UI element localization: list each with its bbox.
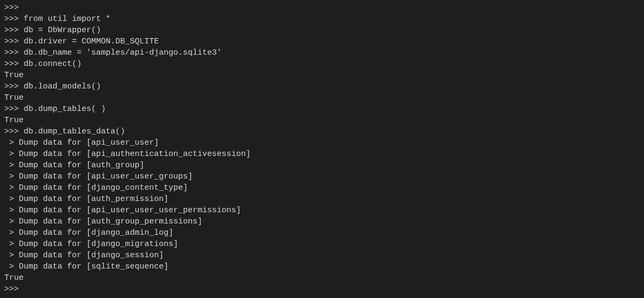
terminal-line: > Dump data for [api_user_user_user_perm… <box>4 205 640 216</box>
terminal-line: >>> db.load_models() <box>4 81 640 92</box>
terminal-line: >>> from util import * <box>4 13 640 25</box>
terminal-line: > Dump data for [api_authentication_acti… <box>4 148 640 160</box>
terminal-line: > Dump data for [auth_permission] <box>4 193 640 205</box>
terminal-line: True <box>4 272 640 284</box>
terminal-line: >>> db.connect() <box>4 58 640 70</box>
terminal-line: >>> <box>4 284 640 295</box>
terminal-line: > Dump data for [api_user_user_groups] <box>4 171 640 182</box>
terminal-output[interactable]: >>> >>> from util import * >>> db = DbWr… <box>4 2 640 295</box>
terminal-line: >>> db.db_name = 'samples/api-django.sql… <box>4 47 640 58</box>
terminal-line: >>> db = DbWrapper() <box>4 25 640 36</box>
terminal-line: True <box>4 115 640 126</box>
terminal-line: > Dump data for [django_migrations] <box>4 239 640 250</box>
terminal-line: > Dump data for [django_session] <box>4 250 640 261</box>
terminal-line: > Dump data for [auth_group_permissions] <box>4 216 640 227</box>
terminal-line: >>> <box>4 2 640 13</box>
terminal-line: > Dump data for [django_content_type] <box>4 182 640 193</box>
terminal-line: >>> db.driver = COMMON.DB_SQLITE <box>4 36 640 47</box>
terminal-line: >>> db.dump_tables( ) <box>4 103 640 115</box>
terminal-line: True <box>4 92 640 103</box>
terminal-line: > Dump data for [django_admin_log] <box>4 227 640 239</box>
terminal-line: >>> db.dump_tables_data() <box>4 126 640 137</box>
terminal-line: > Dump data for [api_user_user] <box>4 137 640 148</box>
terminal-line: True <box>4 70 640 81</box>
terminal-line: > Dump data for [sqlite_sequence] <box>4 261 640 272</box>
terminal-line: > Dump data for [auth_group] <box>4 160 640 171</box>
